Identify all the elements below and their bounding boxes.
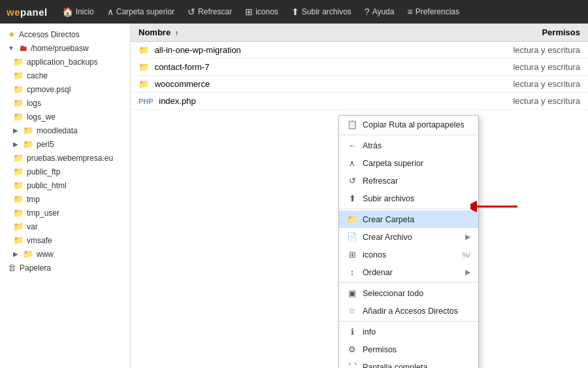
expand-arrow: ▶	[13, 250, 18, 258]
select-all-icon: ▣	[347, 288, 357, 298]
star-icon: ★	[8, 29, 16, 39]
sidebar-item-cache[interactable]: 📁 cache	[0, 69, 130, 82]
file-perms-cell: lectura y escritura	[400, 93, 588, 110]
col-perms[interactable]: Permisos	[400, 24, 588, 42]
file-name: woocommerce	[155, 79, 210, 89]
folder-icon: 📁	[13, 167, 24, 176]
sidebar-item-public-html[interactable]: 📁 public_html	[0, 178, 130, 192]
ctx-icons[interactable]: ⊞ iconos %/	[339, 246, 478, 263]
context-menu: 📋 Copiar Ruta al portapapeles ← Atrás ∧ …	[338, 115, 479, 368]
ctx-label: Carpeta superior	[363, 159, 423, 168]
sidebar-item-moodledata[interactable]: ▶ 📁 moodledata	[0, 124, 130, 137]
sidebar-item-vmsafe[interactable]: 📁 vmsafe	[0, 233, 130, 247]
ctx-label: Refrescar	[363, 176, 398, 186]
sidebar-item-accesos[interactable]: ★ Accesos Directos	[0, 27, 130, 41]
expand-arrow: ▶	[13, 127, 18, 134]
ctx-divider	[339, 282, 478, 283]
ctx-refresh[interactable]: ↺ Refrescar	[339, 172, 478, 190]
folder-icon: 📁	[13, 84, 24, 94]
sidebar-item-tmp[interactable]: 📁 tmp	[0, 192, 130, 206]
table-row[interactable]: 📁 woocommerce lectura y escritura	[131, 76, 588, 93]
ctx-label: info	[363, 327, 376, 337]
col-name-label: Nombre	[139, 27, 171, 37]
sidebar-label: moodledata	[37, 126, 78, 135]
file-name-cell: 📁 contact-form-7	[131, 59, 400, 76]
icons-badge: %/	[462, 251, 470, 259]
sidebar-label: cache	[27, 71, 48, 80]
ctx-order[interactable]: ↕ Ordenar ▶	[339, 263, 478, 281]
table-row[interactable]: 📁 all-in-one-wp-migration lectura y escr…	[131, 42, 588, 59]
ctx-create-folder[interactable]: 📁 Crear Carpeta	[339, 210, 478, 228]
sidebar-item-app-backups[interactable]: 📁 application_backups	[0, 55, 130, 69]
ctx-select-all[interactable]: ▣ Seleccionar todo	[339, 284, 478, 302]
file-perms-cell: lectura y escritura	[400, 59, 588, 76]
sidebar-item-perl5[interactable]: ▶ 📁 perl5	[0, 137, 130, 151]
ctx-fullscreen[interactable]: ⛶ Pantalla completa	[339, 358, 478, 368]
ctx-add-access[interactable]: ☆ Añadir a Accesos Directos	[339, 302, 478, 320]
star-icon: ☆	[347, 306, 357, 316]
upload-icon: ⬆	[347, 193, 357, 203]
ctx-copy-path[interactable]: 📋 Copiar Ruta al portapapeles	[339, 116, 478, 133]
ctx-divider	[339, 321, 478, 322]
upload-label: Subir archivos	[302, 7, 351, 16]
ctx-label: Permisos	[363, 345, 397, 354]
main-layout: ★ Accesos Directos ▼ 🖿 /home/pruebasw 📁 …	[0, 24, 588, 368]
sidebar-item-papelera[interactable]: 🗑 Papelera	[0, 261, 130, 275]
icons-label: iconos	[255, 7, 278, 16]
expand-arrow: ▶	[13, 141, 18, 148]
ctx-parent-folder[interactable]: ∧ Carpeta superior	[339, 154, 478, 172]
sidebar-item-cpmove[interactable]: 📁 cpmove.psql	[0, 82, 130, 96]
folder-icon: 📁	[139, 45, 149, 55]
sidebar-item-public-ftp[interactable]: 📁 public_ftp	[0, 165, 130, 178]
topbar: wepanel 🏠 Inicio ∧ Carpeta superior ↺ Re…	[0, 0, 588, 24]
topbar-help[interactable]: ? Ayuda	[359, 4, 400, 20]
folder-icon: 📁	[13, 57, 24, 67]
topbar-parent[interactable]: ∧ Carpeta superior	[102, 4, 180, 20]
folder-icon: 📁	[23, 249, 33, 259]
sidebar-item-var[interactable]: 📁 var	[0, 220, 130, 233]
sidebar: ★ Accesos Directos ▼ 🖿 /home/pruebasw 📁 …	[0, 24, 131, 368]
topbar-icons[interactable]: ⊞ iconos	[240, 4, 284, 20]
help-label: Ayuda	[372, 7, 395, 16]
sidebar-label: Papelera	[20, 263, 51, 273]
sidebar-item-logs-we[interactable]: 📁 logs_we	[0, 110, 130, 124]
sidebar-item-www[interactable]: ▶ 📁 www	[0, 247, 130, 261]
table-row[interactable]: PHP index.php lectura y escritura	[131, 93, 588, 110]
folder-new-icon: 📁	[347, 214, 357, 224]
refresh-icon: ↺	[188, 7, 195, 17]
folder-icon: 📁	[13, 208, 24, 218]
ctx-label: Ordenar	[363, 268, 393, 277]
sidebar-item-home[interactable]: ▼ 🖿 /home/pruebasw	[0, 41, 130, 55]
trash-icon: 🗑	[8, 263, 16, 273]
ctx-label: Atrás	[363, 141, 382, 150]
refresh-label: Refrescar	[198, 7, 232, 16]
ctx-create-file[interactable]: 📄 Crear Archivo ▶	[339, 228, 478, 246]
copy-icon: 📋	[347, 120, 357, 129]
refresh-icon: ↺	[347, 176, 357, 186]
sidebar-item-logs[interactable]: 📁 logs	[0, 96, 130, 110]
sidebar-item-tmp-user[interactable]: 📁 tmp_user	[0, 206, 130, 220]
ctx-label: Subir archivos	[363, 194, 414, 203]
col-name[interactable]: Nombre ↑	[131, 24, 400, 42]
folder-icon: 📁	[13, 222, 24, 231]
file-table: Nombre ↑ Permisos 📁 all-in-one-wp-migrat…	[131, 24, 588, 110]
parent-icon: ∧	[107, 7, 114, 17]
submenu-arrow: ▶	[465, 268, 470, 276]
ctx-label: Añadir a Accesos Directos	[363, 307, 458, 316]
sidebar-item-pruebas[interactable]: 📁 pruebas.webempresa.eu	[0, 151, 130, 165]
home-label: Inicio	[76, 7, 94, 16]
topbar-upload[interactable]: ⬆ Subir archivos	[286, 4, 357, 20]
ctx-perms[interactable]: ⚙ Permisos	[339, 341, 478, 358]
topbar-prefs[interactable]: ≡ Preferencias	[402, 4, 465, 20]
table-row[interactable]: 📁 contact-form-7 lectura y escritura	[131, 59, 588, 76]
ctx-info[interactable]: ℹ info	[339, 323, 478, 341]
help-icon: ?	[365, 7, 370, 17]
ctx-upload[interactable]: ⬆ Subir archivos	[339, 190, 478, 207]
expand-arrow: ▼	[8, 44, 14, 52]
topbar-refresh[interactable]: ↺ Refrescar	[182, 4, 237, 20]
file-panel: Nombre ↑ Permisos 📁 all-in-one-wp-migrat…	[131, 24, 588, 368]
topbar-home[interactable]: 🏠 Inicio	[57, 4, 99, 20]
file-new-icon: 📄	[347, 232, 357, 242]
ctx-back[interactable]: ← Atrás	[339, 137, 478, 154]
folder-icon: 📁	[139, 79, 149, 89]
